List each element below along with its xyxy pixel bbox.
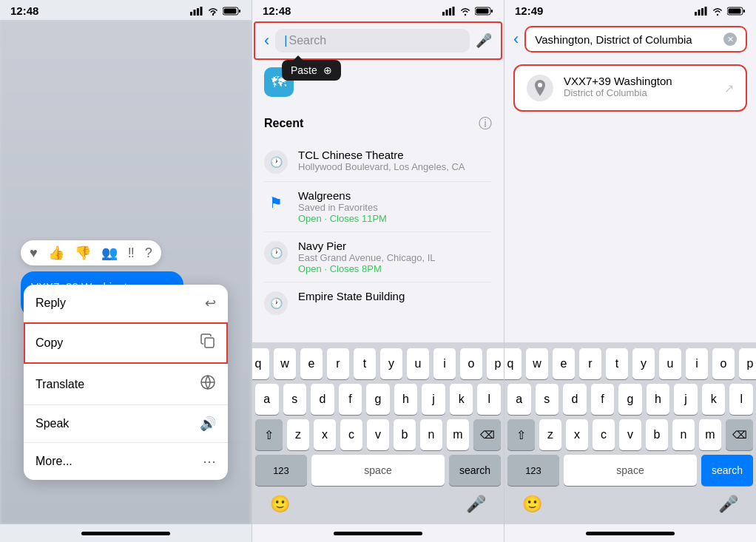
key-l-3[interactable]: l — [729, 384, 753, 415]
paste-popup[interactable]: Paste ⊕ — [282, 60, 341, 81]
more-item[interactable]: More... ⋯ — [24, 443, 228, 480]
svg-point-22 — [717, 13, 718, 15]
thumbs-up-reaction[interactable]: 👍 — [48, 245, 64, 261]
key-k-3[interactable]: k — [702, 384, 726, 415]
key-v-2[interactable]: v — [367, 419, 389, 450]
key-u-3[interactable]: u — [659, 348, 681, 379]
key-s-2[interactable]: s — [283, 384, 307, 415]
reaction-bar[interactable]: ♥ 👍 👎 👥 ‼ ? — [21, 240, 161, 265]
translate-item[interactable]: Translate — [24, 364, 228, 405]
question-reaction[interactable]: ? — [145, 245, 152, 261]
back-button-2[interactable]: ‹ — [264, 31, 269, 50]
key-a-2[interactable]: a — [255, 384, 279, 415]
emoji-icon-2[interactable]: 🙂 — [270, 495, 290, 514]
key-y-3[interactable]: y — [632, 348, 655, 379]
key-w-3[interactable]: w — [526, 348, 548, 379]
exclamation-reaction[interactable]: ‼ — [128, 245, 135, 261]
key-o-3[interactable]: o — [712, 348, 735, 379]
recent-item-empire[interactable]: 🕐 Empire State Building — [264, 282, 492, 322]
key-p-3[interactable]: p — [739, 348, 756, 379]
key-r-2[interactable]: r — [327, 348, 349, 379]
key-q-2[interactable]: q — [252, 348, 269, 379]
delete-key-2[interactable]: ⌫ — [473, 419, 501, 450]
key-z-2[interactable]: z — [287, 419, 309, 450]
key-z-3[interactable]: z — [539, 419, 561, 450]
panel-messages: 12:48 ♥ — [0, 0, 252, 542]
key-h-3[interactable]: h — [647, 384, 670, 415]
key-e-3[interactable]: e — [553, 348, 575, 379]
key-f-3[interactable]: f — [591, 384, 615, 415]
speak-item[interactable]: Speak 🔊 — [24, 405, 228, 443]
key-j-2[interactable]: j — [422, 384, 445, 415]
thumbs-down-reaction[interactable]: 👎 — [75, 245, 91, 261]
back-button-3[interactable]: ‹ — [513, 30, 519, 49]
svg-rect-11 — [446, 10, 448, 16]
key-c-3[interactable]: c — [593, 419, 615, 450]
key-n-2[interactable]: n — [420, 419, 442, 450]
key-v-3[interactable]: v — [619, 419, 641, 450]
key-m-2[interactable]: m — [447, 419, 469, 450]
reply-item[interactable]: Reply ↩ — [24, 285, 228, 322]
shift-key-2[interactable]: ⇧ — [255, 419, 283, 450]
key-g-2[interactable]: g — [366, 384, 390, 415]
space-key-2[interactable]: space — [311, 455, 445, 486]
key-row-4-p2: 123 space search — [255, 455, 501, 486]
recent-item-tcl[interactable]: 🕐 TCL Chinese Theatre Hollywood Boulevar… — [264, 141, 492, 182]
panel-maps-result: 12:49 ‹ Vashington, District of C — [504, 0, 756, 542]
key-k-2[interactable]: k — [450, 384, 473, 415]
key-y-2[interactable]: y — [380, 348, 402, 379]
mic-bottom-2[interactable]: 🎤 — [466, 495, 486, 514]
key-t-2[interactable]: t — [354, 348, 376, 379]
key-u-2[interactable]: u — [407, 348, 429, 379]
mic-icon-2[interactable]: 🎤 — [476, 33, 492, 49]
delete-key-3[interactable]: ⌫ — [726, 419, 753, 450]
key-d-3[interactable]: d — [563, 384, 587, 415]
key-i-3[interactable]: i — [686, 348, 708, 379]
key-r-3[interactable]: r — [579, 348, 601, 379]
search-input-2[interactable]: | Search — [275, 29, 470, 52]
key-l-2[interactable]: l — [477, 384, 501, 415]
key-x-2[interactable]: x — [314, 419, 336, 450]
recent-item-navypier[interactable]: 🕐 Navy Pier East Grand Avenue, Chicago, … — [264, 232, 492, 282]
shift-key-3[interactable]: ⇧ — [507, 419, 535, 450]
clear-button-3[interactable]: ✕ — [723, 33, 737, 46]
home-indicator-2 — [252, 524, 504, 542]
recent-header: Recent ⓘ — [264, 115, 492, 132]
key-x-3[interactable]: x — [566, 419, 588, 450]
emoji-icon-3[interactable]: 🙂 — [522, 495, 542, 514]
search-key-2[interactable]: search — [449, 455, 501, 486]
recent-item-walgreens[interactable]: ⚑ Walgreens Saved in Favorites Open · Cl… — [264, 182, 492, 232]
space-key-3[interactable]: space — [564, 455, 697, 486]
key-b-3[interactable]: b — [646, 419, 668, 450]
key-w-2[interactable]: w — [274, 348, 296, 379]
key-e-2[interactable]: e — [300, 348, 323, 379]
result-item[interactable]: VXX7+39 Washington District of Columbia … — [513, 64, 747, 112]
key-m-3[interactable]: m — [699, 419, 721, 450]
key-n-3[interactable]: n — [672, 419, 695, 450]
num-key-2[interactable]: 123 — [255, 455, 307, 486]
search-input-3[interactable]: Vashington, District of Columbia ✕ — [524, 26, 747, 52]
key-a-3[interactable]: a — [507, 384, 531, 415]
key-j-3[interactable]: j — [674, 384, 698, 415]
flag-icon-walgreens: ⚑ — [264, 191, 288, 214]
num-key-3[interactable]: 123 — [507, 455, 559, 486]
key-h-2[interactable]: h — [394, 384, 418, 415]
mic-bottom-3[interactable]: 🎤 — [718, 495, 738, 514]
key-o-2[interactable]: o — [460, 348, 482, 379]
key-d-2[interactable]: d — [311, 384, 334, 415]
key-p-2[interactable]: p — [487, 348, 504, 379]
info-icon[interactable]: ⓘ — [479, 115, 492, 132]
key-b-2[interactable]: b — [394, 419, 416, 450]
search-key-3[interactable]: search — [701, 455, 753, 486]
person-reaction[interactable]: 👥 — [101, 245, 118, 261]
key-s-3[interactable]: s — [536, 384, 559, 415]
key-g-3[interactable]: g — [618, 384, 642, 415]
copy-item[interactable]: Copy — [24, 322, 228, 364]
key-c-2[interactable]: c — [340, 419, 362, 450]
key-i-2[interactable]: i — [433, 348, 456, 379]
heart-reaction[interactable]: ♥ — [30, 245, 38, 261]
key-f-2[interactable]: f — [339, 384, 362, 415]
key-t-3[interactable]: t — [606, 348, 628, 379]
svg-point-14 — [465, 13, 466, 15]
key-q-3[interactable]: q — [504, 348, 522, 379]
